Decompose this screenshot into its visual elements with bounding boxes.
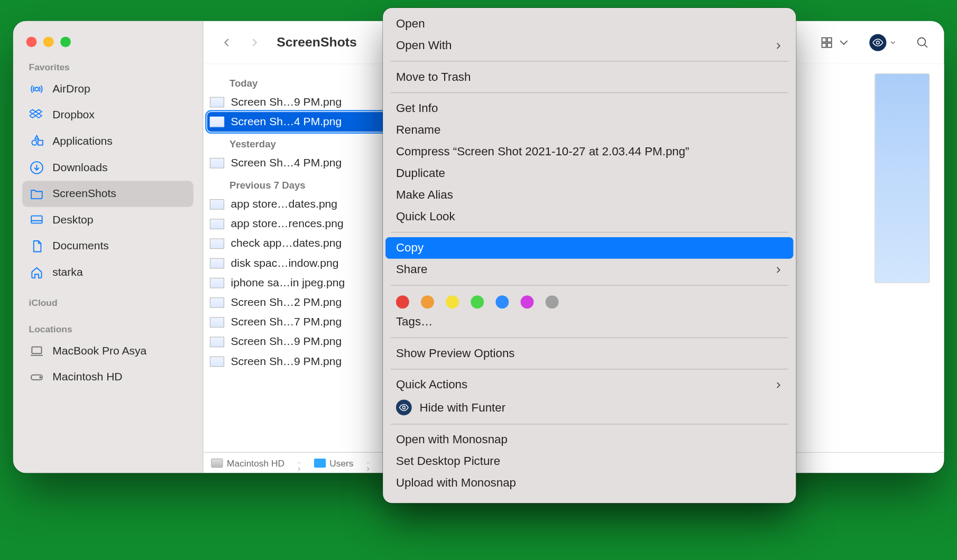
file-row[interactable]: Screen Sh…9 PM.png: [203, 92, 392, 112]
file-thumb-icon: [210, 297, 224, 308]
minimize-window-button[interactable]: [43, 36, 54, 47]
menu-move-to-trash[interactable]: Move to Trash: [383, 66, 796, 88]
sidebar-item-label: Applications: [52, 135, 113, 148]
path-item-disk[interactable]: Macintosh HD: [211, 458, 284, 468]
chevron-right-icon: [774, 41, 783, 50]
tag-color[interactable]: [396, 295, 409, 309]
file-list[interactable]: TodayScreen Sh…9 PM.pngScreen Sh…4 PM.pn…: [203, 64, 393, 452]
airdrop-icon: [29, 81, 45, 97]
sidebar-item-documents[interactable]: Documents: [22, 233, 194, 259]
menu-compress[interactable]: Compress “Screen Shot 2021-10-27 at 2.03…: [383, 141, 796, 163]
menu-set-desktop-picture[interactable]: Set Desktop Picture: [383, 451, 796, 472]
menu-open-with[interactable]: Open With: [383, 35, 796, 57]
tag-color[interactable]: [421, 295, 434, 309]
file-row[interactable]: Screen Sh…2 PM.png: [203, 293, 392, 312]
svg-rect-9: [827, 43, 832, 47]
applications-icon: [29, 134, 45, 150]
sidebar-item-desktop[interactable]: Desktop: [22, 207, 194, 234]
svg-point-5: [40, 377, 41, 378]
sidebar-item-label: MacBook Pro Asya: [52, 344, 146, 358]
sidebar-section-favorites: Favorites: [29, 62, 187, 72]
file-row[interactable]: check app…dates.png: [203, 234, 392, 254]
file-row[interactable]: app store…dates.png: [203, 194, 392, 214]
file-thumb-icon: [210, 357, 224, 367]
toolbar-group-button[interactable]: [820, 35, 851, 49]
file-name: check app…dates.png: [231, 237, 342, 250]
sidebar-item-home[interactable]: starka: [22, 259, 194, 286]
preview-thumbnail[interactable]: [875, 73, 930, 283]
file-name: app store…rences.png: [231, 218, 343, 231]
sidebar-item-applications[interactable]: Applications: [22, 128, 194, 155]
file-name: app store…dates.png: [231, 198, 337, 211]
file-row[interactable]: app store…rences.png: [203, 214, 392, 234]
menu-open-with-monosnap[interactable]: Open with Monosnap: [383, 429, 796, 451]
downloads-icon: [29, 160, 45, 176]
file-name: Screen Sh…4 PM.png: [231, 115, 342, 128]
menu-share[interactable]: Share: [383, 259, 796, 281]
file-row[interactable]: iphone sa…in jpeg.png: [203, 273, 392, 293]
tag-color[interactable]: [521, 295, 534, 309]
menu-get-info[interactable]: Get Info: [383, 98, 796, 119]
sidebar-item-label: starka: [52, 266, 82, 279]
tag-color[interactable]: [495, 295, 509, 309]
file-row[interactable]: Screen Sh…4 PM.png: [207, 112, 389, 132]
sidebar-section-icloud: iCloud: [29, 297, 187, 308]
menu-hide-with-funter[interactable]: Hide with Funter: [383, 396, 796, 419]
menu-quick-actions[interactable]: Quick Actions: [383, 374, 796, 396]
svg-point-0: [35, 87, 39, 91]
file-name: Screen Sh…9 PM.png: [231, 96, 342, 109]
menu-upload-with-monosnap[interactable]: Upload with Monosnap: [383, 472, 796, 494]
menu-show-preview-options[interactable]: Show Preview Options: [383, 343, 796, 365]
file-row[interactable]: Screen Sh…9 PM.png: [203, 332, 392, 352]
nav-back-button[interactable]: [218, 33, 236, 52]
file-thumb-icon: [210, 97, 224, 108]
menu-open[interactable]: Open: [383, 13, 796, 35]
menu-tags-row: [383, 290, 796, 311]
toolbar-search-button[interactable]: [915, 35, 930, 49]
file-row[interactable]: Screen Sh…7 PM.png: [203, 312, 392, 332]
sidebar-item-macintosh-hd[interactable]: Macintosh HD: [22, 364, 194, 390]
file-name: Screen Sh…2 PM.png: [231, 296, 342, 309]
file-name: Screen Sh…4 PM.png: [231, 156, 342, 170]
menu-make-alias[interactable]: Make Alias: [383, 184, 796, 206]
disk-icon: [29, 369, 45, 385]
folder-icon: [29, 186, 45, 202]
file-thumb-icon: [210, 278, 224, 288]
folder-icon: [314, 458, 325, 467]
funter-icon: [396, 399, 412, 415]
finder-sidebar: Favorites AirDrop Dropbox Applications D…: [13, 21, 204, 473]
close-window-button[interactable]: [26, 36, 37, 47]
fullscreen-window-button[interactable]: [60, 36, 71, 47]
file-thumb-icon: [210, 158, 224, 169]
file-row[interactable]: Screen Sh…4 PM.png: [203, 153, 392, 173]
path-item-users[interactable]: Users: [314, 458, 353, 468]
file-row[interactable]: Screen Sh…9 PM.png: [203, 352, 392, 371]
sidebar-item-dropbox[interactable]: Dropbox: [22, 102, 194, 128]
tag-color[interactable]: [446, 295, 459, 309]
list-group-header: Previous 7 Days: [203, 173, 392, 194]
file-name: iphone sa…in jpeg.png: [231, 276, 345, 290]
sidebar-item-label: Dropbox: [52, 109, 95, 122]
svg-rect-8: [822, 43, 826, 47]
menu-copy[interactable]: Copy: [385, 237, 793, 259]
context-menu: Open Open With Move to Trash Get Info Re…: [383, 8, 796, 503]
file-thumb-icon: [210, 219, 224, 229]
eye-icon: [869, 34, 886, 51]
file-thumb-icon: [210, 238, 224, 249]
menu-quick-look[interactable]: Quick Look: [383, 206, 796, 227]
menu-duplicate[interactable]: Duplicate: [383, 163, 796, 184]
sidebar-item-screenshots[interactable]: ScreenShots: [22, 181, 194, 207]
toolbar-preview-button[interactable]: [869, 34, 897, 51]
menu-tags[interactable]: Tags…: [383, 311, 796, 333]
file-thumb-icon: [210, 337, 224, 347]
file-row[interactable]: disk spac…indow.png: [203, 254, 392, 273]
file-name: disk spac…indow.png: [231, 257, 338, 270]
nav-forward-button[interactable]: [245, 33, 264, 52]
sidebar-item-macbook[interactable]: MacBook Pro Asya: [22, 338, 194, 365]
tag-color[interactable]: [546, 295, 559, 309]
sidebar-item-downloads[interactable]: Downloads: [22, 155, 194, 181]
tag-color[interactable]: [471, 295, 484, 309]
menu-rename[interactable]: Rename: [383, 119, 796, 141]
sidebar-item-airdrop[interactable]: AirDrop: [22, 76, 194, 102]
desktop-icon: [29, 212, 45, 228]
